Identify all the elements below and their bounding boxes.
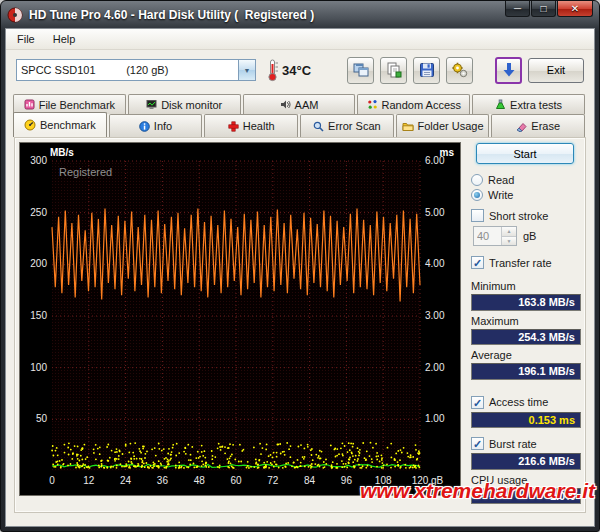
maximum-value: 254.3 MB/s bbox=[471, 329, 581, 346]
svg-text:84: 84 bbox=[304, 475, 316, 486]
svg-text:150: 150 bbox=[30, 310, 47, 321]
svg-text:200: 200 bbox=[30, 258, 47, 269]
app-icon bbox=[7, 7, 23, 23]
folder-icon bbox=[402, 121, 414, 132]
titlebar[interactable]: HD Tune Pro 4.60 - Hard Disk Utility ( R… bbox=[1, 1, 599, 28]
radio-icon-selected bbox=[471, 189, 483, 201]
benchmark-controls: Start Read Write Short stroke bbox=[467, 142, 583, 508]
window-title: HD Tune Pro 4.60 - Hard Disk Utility ( R… bbox=[29, 8, 314, 22]
write-radio[interactable]: Write bbox=[471, 189, 581, 201]
menubar: File Help bbox=[6, 29, 594, 50]
burst-rate-value: 216.6 MB/s bbox=[471, 453, 581, 470]
settings-button[interactable] bbox=[446, 57, 473, 84]
svg-text:4.00: 4.00 bbox=[425, 258, 445, 269]
tab-aam[interactable]: AAM bbox=[243, 94, 356, 114]
short-stroke-checkbox[interactable]: Short stroke bbox=[471, 209, 581, 222]
benchmark-panel: MB/sms501001502002503001.002.003.004.005… bbox=[14, 137, 586, 513]
svg-text:96: 96 bbox=[341, 475, 353, 486]
drive-select[interactable]: SPCC SSD101 (120 gB) ▼ bbox=[16, 59, 256, 81]
random-access-icon bbox=[367, 99, 378, 110]
svg-text:MB/s: MB/s bbox=[50, 147, 74, 158]
checkbox-checked-icon bbox=[471, 396, 484, 409]
magnifier-icon bbox=[313, 121, 324, 132]
eraser-icon bbox=[516, 121, 527, 132]
disk-monitor-icon bbox=[146, 99, 157, 110]
tab-file-benchmark[interactable]: File Benchmark bbox=[13, 94, 126, 114]
svg-text:300: 300 bbox=[30, 155, 47, 166]
short-stroke-value bbox=[474, 227, 501, 245]
thermometer-icon bbox=[266, 58, 279, 82]
minimum-label: Minimum bbox=[471, 280, 581, 292]
health-cross-icon bbox=[228, 121, 239, 132]
short-stroke-input[interactable]: ▲ ▼ bbox=[473, 226, 517, 246]
svg-text:6.00: 6.00 bbox=[425, 155, 445, 166]
svg-text:2.00: 2.00 bbox=[425, 362, 445, 373]
tab-label: Benchmark bbox=[40, 119, 96, 131]
maximize-button[interactable]: □ bbox=[531, 1, 556, 17]
tab-random-access[interactable]: Random Access bbox=[357, 94, 470, 114]
cpu-usage-label: CPU usage bbox=[471, 474, 581, 486]
checkbox-icon bbox=[471, 209, 484, 222]
spin-up-icon[interactable]: ▲ bbox=[502, 227, 516, 236]
transfer-rate-checkbox[interactable]: Transfer rate bbox=[471, 256, 581, 269]
access-time-checkbox[interactable]: Access time bbox=[471, 396, 581, 409]
svg-text:gB: gB bbox=[431, 475, 444, 486]
tab-erase[interactable]: Erase bbox=[491, 114, 585, 137]
temperature-value: 34°C bbox=[282, 63, 311, 78]
svg-text:108: 108 bbox=[375, 475, 392, 486]
tab-error-scan[interactable]: Error Scan bbox=[300, 114, 394, 137]
benchmark-gauge-icon bbox=[24, 119, 36, 131]
tab-row-2: Benchmark Info Health Error Scan Folder … bbox=[6, 114, 594, 137]
svg-text:0: 0 bbox=[49, 475, 55, 486]
average-value: 196.1 MB/s bbox=[471, 363, 581, 380]
save-button[interactable] bbox=[413, 57, 440, 84]
svg-text:1.00: 1.00 bbox=[425, 413, 445, 424]
cpu-usage-value: 1.0% bbox=[471, 488, 581, 505]
tab-label: Erase bbox=[531, 120, 560, 132]
svg-text:50: 50 bbox=[36, 413, 48, 424]
menu-file[interactable]: File bbox=[8, 30, 44, 48]
speaker-icon bbox=[280, 99, 291, 110]
short-stroke-label: Short stroke bbox=[489, 210, 548, 222]
tab-benchmark[interactable]: Benchmark bbox=[13, 112, 107, 137]
tab-label: Disk monitor bbox=[161, 99, 222, 111]
spin-down-icon[interactable]: ▼ bbox=[502, 236, 516, 246]
tab-row-1: File Benchmark Disk monitor AAM Random A… bbox=[6, 94, 594, 114]
checkbox-checked-icon bbox=[471, 437, 484, 450]
minimize-button[interactable]: ─ bbox=[505, 1, 530, 17]
tab-health[interactable]: Health bbox=[204, 114, 298, 137]
tab-extra-tests[interactable]: Extra tests bbox=[472, 94, 585, 114]
read-radio-label: Read bbox=[488, 174, 514, 186]
svg-text:60: 60 bbox=[230, 475, 242, 486]
close-button[interactable]: ✕ bbox=[557, 1, 593, 17]
tab-label: Extra tests bbox=[510, 99, 562, 111]
svg-text:100: 100 bbox=[30, 362, 47, 373]
transfer-rate-label: Transfer rate bbox=[489, 257, 552, 269]
exit-button[interactable]: Exit bbox=[528, 58, 584, 83]
download-update-button[interactable] bbox=[495, 57, 522, 84]
svg-text:24: 24 bbox=[120, 475, 132, 486]
minimum-value: 163.8 MB/s bbox=[471, 294, 581, 311]
start-button[interactable]: Start bbox=[476, 143, 574, 164]
svg-text:72: 72 bbox=[267, 475, 279, 486]
tab-disk-monitor[interactable]: Disk monitor bbox=[128, 94, 241, 114]
burst-rate-checkbox[interactable]: Burst rate bbox=[471, 437, 581, 450]
tab-folder-usage[interactable]: Folder Usage bbox=[396, 114, 490, 137]
read-radio[interactable]: Read bbox=[471, 174, 581, 186]
info-icon bbox=[139, 121, 150, 132]
screenshot-button[interactable] bbox=[347, 57, 374, 84]
access-time-label: Access time bbox=[489, 396, 548, 408]
tab-label: Random Access bbox=[382, 99, 461, 111]
tab-info[interactable]: Info bbox=[109, 114, 203, 137]
copy-button[interactable] bbox=[380, 57, 407, 84]
dropdown-arrow-icon[interactable]: ▼ bbox=[238, 60, 255, 80]
menu-help[interactable]: Help bbox=[44, 30, 85, 48]
tab-label: File Benchmark bbox=[39, 99, 115, 111]
file-benchmark-icon bbox=[24, 99, 35, 110]
svg-text:Registered: Registered bbox=[59, 166, 112, 178]
average-label: Average bbox=[471, 349, 581, 361]
tab-label: AAM bbox=[295, 99, 319, 111]
toolbar: SPCC SSD101 (120 gB) ▼ 34°C bbox=[6, 50, 594, 90]
short-stroke-unit: gB bbox=[523, 230, 536, 242]
short-stroke-row: ▲ ▼ gB bbox=[473, 226, 581, 246]
